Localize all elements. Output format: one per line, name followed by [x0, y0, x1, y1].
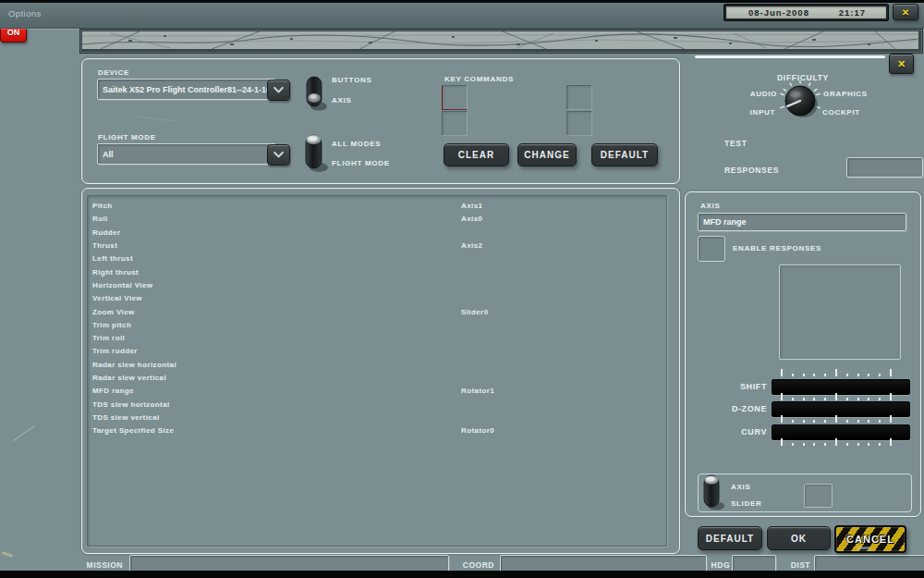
- binding-action: Left thrust: [92, 254, 133, 263]
- flight-mode-select[interactable]: All: [97, 143, 276, 165]
- key-default-button[interactable]: DEFAULT: [591, 143, 658, 166]
- axis-name-field[interactable]: MFD range: [698, 213, 906, 231]
- default-button[interactable]: DEFAULT: [698, 526, 762, 550]
- key-command-slot-4[interactable]: [566, 111, 592, 136]
- ok-button[interactable]: OK: [767, 526, 831, 550]
- difficulty-knob-icon[interactable]: [780, 80, 821, 121]
- coord-label: COORD: [459, 560, 494, 570]
- binding-row[interactable]: Trim roll: [87, 332, 665, 345]
- close-icon[interactable]: ✕: [893, 4, 918, 20]
- binding-action: Trim rudder: [92, 347, 138, 355]
- mission-label: MISSION: [65, 560, 123, 570]
- binding-axis-value: Rotator1: [461, 387, 494, 395]
- key-command-slot-1[interactable]: [442, 85, 468, 110]
- binding-row[interactable]: Radar slew vertical: [87, 372, 665, 385]
- tick-mark: [813, 420, 815, 423]
- binding-action: Vertical View: [92, 294, 142, 302]
- binding-row[interactable]: Trim pitch: [87, 319, 665, 332]
- device-select[interactable]: Saitek X52 Pro Flight Controller81--24-1…: [97, 79, 276, 100]
- cockpit-option-label[interactable]: COCKPIT: [822, 108, 860, 117]
- bindings-list: PitchAxis1RollAxis0RudderThrustAxis2Left…: [87, 200, 665, 438]
- responses-value-field[interactable]: [846, 157, 923, 178]
- cancel-button[interactable]: CANCEL: [834, 525, 906, 553]
- tick-mark: [846, 420, 848, 423]
- tick-mark: [890, 369, 892, 376]
- binding-row[interactable]: TDS slew vertical: [87, 412, 665, 424]
- datetime-field: 08-Jun-2008 21:17: [726, 6, 886, 18]
- map-strip: [79, 29, 923, 54]
- tick-mark: [824, 398, 826, 400]
- enable-responses-checkbox[interactable]: [698, 236, 725, 262]
- binding-row[interactable]: Horizontal View: [87, 279, 665, 292]
- axis-option-label: AXIS: [332, 96, 351, 105]
- tick-mark: [890, 438, 892, 446]
- binding-axis-value: Rotator0: [461, 426, 494, 435]
- axis-name-value: MFD range: [703, 217, 747, 227]
- clear-button[interactable]: CLEAR: [444, 143, 509, 166]
- page-title: Options: [8, 8, 42, 18]
- binding-row[interactable]: RollAxis0: [87, 213, 665, 226]
- input-option-label[interactable]: INPUT: [736, 108, 775, 117]
- device-select-value: Saitek X52 Pro Flight Controller81--24-1…: [103, 85, 275, 94]
- graphics-option-label[interactable]: GRAPHICS: [823, 90, 868, 98]
- tick-mark: [868, 420, 869, 423]
- binding-action: Right thrust: [92, 268, 139, 277]
- binding-row[interactable]: Radar slew horizontal: [87, 359, 665, 372]
- tick-mark: [879, 420, 881, 423]
- all-modes-toggle-icon[interactable]: [302, 130, 328, 173]
- binding-axis-value: Slider0: [461, 308, 488, 316]
- key-command-slot-2[interactable]: [442, 111, 468, 136]
- binding-row[interactable]: Right thrust: [87, 266, 665, 279]
- binding-action: Zoom View: [92, 308, 135, 316]
- tick-mark: [781, 438, 783, 446]
- flight-mode-select-value: All: [103, 150, 114, 159]
- binding-row[interactable]: TDS slew horizontal: [87, 399, 665, 412]
- tick-mark: [890, 393, 892, 400]
- binding-row[interactable]: PitchAxis1: [87, 200, 665, 213]
- slider-tick-row: [782, 370, 891, 377]
- tick-mark: [879, 443, 881, 446]
- tick-mark: [813, 374, 815, 376]
- tick-mark: [792, 374, 794, 376]
- binding-row[interactable]: Vertical View: [87, 292, 665, 305]
- tick-mark: [781, 369, 783, 376]
- response-curve-graph: [779, 264, 901, 360]
- binding-row[interactable]: MFD rangeRotator1: [87, 385, 665, 398]
- tick-mark: [835, 369, 837, 376]
- tick-mark: [803, 374, 805, 376]
- tick-mark: [846, 398, 848, 400]
- device-dropdown-button[interactable]: [267, 80, 290, 101]
- enable-responses-label: ENABLE RESPONSES: [733, 244, 821, 252]
- buttons-axis-toggle-icon[interactable]: [303, 73, 327, 112]
- key-command-slot-3[interactable]: [566, 85, 592, 110]
- slider-value-box[interactable]: [804, 484, 833, 508]
- binding-action: Radar slew vertical: [92, 374, 166, 382]
- dzone-slider-label: D-ZONE: [684, 404, 767, 413]
- binding-row[interactable]: Trim rudder: [87, 345, 665, 358]
- close-icon[interactable]: ✕: [889, 54, 914, 74]
- tick-mark: [824, 443, 826, 446]
- binding-row[interactable]: Target Specified SizeRotator0: [87, 424, 665, 437]
- audio-option-label[interactable]: AUDIO: [738, 90, 777, 98]
- tick-mark: [792, 398, 794, 400]
- axis-slider-toggle-icon[interactable]: [700, 471, 724, 511]
- time-value: 21:17: [839, 7, 866, 18]
- shift-slider-label: SHIFT: [684, 382, 767, 391]
- binding-action: TDS slew vertical: [92, 413, 160, 422]
- change-button[interactable]: CHANGE: [517, 143, 577, 166]
- binding-action: Trim pitch: [92, 321, 131, 329]
- binding-action: Thrust: [92, 241, 117, 250]
- binding-action: Target Specified Size: [92, 426, 174, 435]
- tick-mark: [813, 398, 815, 400]
- binding-row[interactable]: Left thrust: [87, 252, 665, 265]
- map-texture: [82, 31, 918, 49]
- binding-row[interactable]: ThrustAxis2: [87, 240, 665, 252]
- test-label: TEST: [724, 139, 748, 148]
- binding-row[interactable]: Zoom ViewSlider0: [87, 306, 665, 319]
- binding-row[interactable]: Rudder: [87, 227, 665, 240]
- binding-action: Rudder: [92, 228, 120, 237]
- tick-mark: [890, 415, 892, 423]
- slider-tick-row: [782, 416, 891, 424]
- flight-mode-dropdown-button[interactable]: [267, 144, 290, 166]
- scratch-mark: [13, 425, 35, 441]
